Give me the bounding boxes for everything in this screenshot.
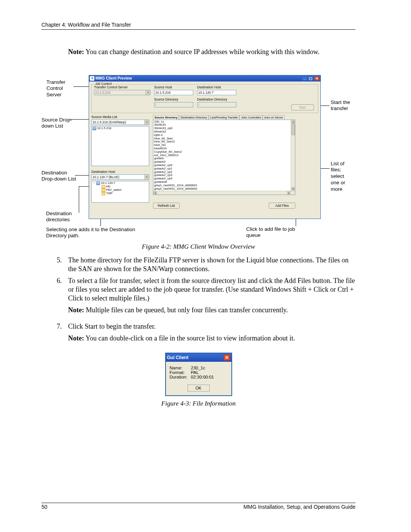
source-host-field[interactable]: 10.1.5.216 xyxy=(154,90,193,95)
titlebar[interactable]: ✦ MMG Client Preview _ ▢ ✕ xyxy=(89,75,320,81)
file-item[interactable]: goback2_cp2 xyxy=(154,171,290,174)
dest-media-combo[interactable]: 10.1.120.7 (BLUE) ▾ xyxy=(91,174,149,180)
scrollbar-vertical[interactable]: ▴ ▾ xyxy=(291,120,295,195)
dest-dir-field[interactable]: / xyxy=(197,102,236,107)
tab-last-pending-transfer[interactable]: Last/Pending Transfer xyxy=(209,115,239,120)
tab-jobs-on-server[interactable]: Jobs on Server xyxy=(263,115,285,120)
gui-client-titlebar[interactable]: Gui Client ✕ xyxy=(166,353,231,362)
tab-destination-directory[interactable]: Destination Directory xyxy=(179,115,209,120)
refresh-list-button[interactable]: Refresh List xyxy=(153,203,180,209)
page-header: Chapter 4: Workflow and File Transfer xyxy=(41,22,131,28)
callout-list-files: List of files; select one or more xyxy=(331,161,354,193)
page-number: 50 xyxy=(41,504,48,510)
file-list[interactable]: 230_1c30min3330min33_cp060min33bj60-3blu… xyxy=(153,120,295,195)
close-icon[interactable]: ✕ xyxy=(314,76,320,81)
info-row-format: Format:PAL xyxy=(170,370,228,375)
tcs-combo[interactable]: 10.1.5.216 ▾ xyxy=(94,90,150,95)
duration-label: Duration: xyxy=(170,375,191,379)
tcs-label: Transfer Control Server xyxy=(94,85,150,89)
scroll-right-icon[interactable]: ▸ xyxy=(287,191,291,195)
file-item[interactable]: goback2 xyxy=(154,160,290,164)
step-number: 5. xyxy=(57,256,68,273)
ok-button[interactable]: OK xyxy=(188,385,210,391)
file-item[interactable]: 30min33 xyxy=(154,123,290,127)
scroll-thumb[interactable] xyxy=(292,124,295,135)
tree-row[interactable]: PAY_watch xyxy=(92,189,148,192)
chevron-down-icon[interactable]: ▾ xyxy=(144,175,149,179)
file-item[interactable]: 30min33_cp0 xyxy=(154,127,290,130)
folder-icon xyxy=(102,185,105,189)
tcs-value: 10.1.5.216 xyxy=(95,91,110,94)
computer-icon xyxy=(96,182,100,185)
dest-media-label: Destination Host xyxy=(91,170,149,174)
window-title: MMG Client Preview xyxy=(96,76,132,80)
minimize-icon[interactable]: _ xyxy=(302,76,307,81)
info-row-duration: Duration:02:30:00:01 xyxy=(170,375,228,379)
chevron-down-icon[interactable]: ▾ xyxy=(144,120,149,125)
tab-strip: Source DirectoryDestination DirectoryLas… xyxy=(153,115,318,120)
source-media-combo[interactable]: 10.1.5.216 (SAN/Warp) ▾ xyxy=(91,120,149,125)
tree-row[interactable]: TMP xyxy=(92,192,148,195)
source-host-value: 10.1.5.216 xyxy=(155,91,170,94)
tree-root-label: 10.1.5.216 xyxy=(97,127,112,130)
folder-icon xyxy=(102,189,105,192)
name-label: Name: xyxy=(170,366,191,370)
name-value: 230_1c xyxy=(191,366,206,370)
info-row-name: Name:230_1c xyxy=(170,366,228,370)
step-item: 5.The home directory for the FileZilla F… xyxy=(57,256,355,273)
source-host-label: Source Host xyxy=(154,85,193,89)
page-footer: 50 MMG Installation, Setup, and Operatio… xyxy=(41,503,355,510)
figure-4-2-caption: Figure 4-2: MMG Client Window Overview xyxy=(41,243,355,251)
dest-dir-value: / xyxy=(198,103,199,107)
file-item[interactable]: 60min33 xyxy=(154,130,290,134)
scroll-down-icon[interactable]: ▾ xyxy=(291,187,295,191)
file-item[interactable]: goback2_cp4 xyxy=(154,177,290,181)
dest-media-value: 10.1.120.7 (BLUE) xyxy=(92,175,119,179)
dest-host-field[interactable]: 10.1.120.7 xyxy=(197,90,236,95)
scrollbar-horizontal[interactable]: ◂ ▸ xyxy=(153,191,295,195)
file-item[interactable]: bj60-3 xyxy=(154,134,290,137)
start-button[interactable]: Start xyxy=(291,104,314,110)
maximize-icon[interactable]: ▢ xyxy=(308,76,314,81)
callout-selecting-adds: Selecting one adds it to the Destination… xyxy=(46,227,153,240)
source-tree[interactable]: 10.1.5.216 xyxy=(91,126,149,166)
format-label: Format: xyxy=(170,370,191,375)
dest-tree[interactable]: − 10.1.120.7 HEPAY_watchTMP xyxy=(91,181,149,203)
source-media-value: 10.1.5.216 (SAN/Warp) xyxy=(92,120,126,124)
source-dir-field[interactable]: / xyxy=(154,102,193,107)
leader-line xyxy=(79,186,79,213)
scroll-up-icon[interactable]: ▴ xyxy=(291,120,295,124)
folder-icon xyxy=(102,192,105,195)
callout-destination-directories: Destination directories xyxy=(46,211,82,224)
tree-row[interactable]: − 10.1.120.7 xyxy=(92,182,148,185)
job-control-group: Job Control Transfer Control Server 10.1… xyxy=(91,84,318,113)
tab-source-directory[interactable]: Source Directory xyxy=(153,115,179,120)
file-item[interactable]: goback2_cp3 xyxy=(154,174,290,177)
file-item[interactable]: 230_1c xyxy=(154,120,290,124)
figure-4-3-caption: Figure 4-3: File Information xyxy=(41,400,355,407)
dest-host-value: 10.1.120.7 xyxy=(198,91,213,94)
step-body: The home directory for the FileZilla FTP… xyxy=(68,256,355,273)
file-item[interactable]: goback2_cp0 xyxy=(154,164,290,167)
scroll-left-icon[interactable]: ◂ xyxy=(153,191,157,195)
gui-client-dialog: Gui Client ✕ Name:230_1c Format:PAL Dura… xyxy=(165,353,232,396)
callout-click-add: Click to add file to job queue xyxy=(246,226,307,239)
file-item[interactable]: blue_rec xyxy=(154,144,290,147)
file-item[interactable]: goback2_cp1 xyxy=(154,167,290,171)
note-top: Note: You can change destination and sou… xyxy=(68,48,350,56)
tree-toggle-icon[interactable]: − xyxy=(92,182,96,185)
format-value: PAL xyxy=(191,370,199,375)
step-body: Click Start to begin the transfer.Note: … xyxy=(68,322,355,347)
step-item: 7.Click Start to begin the transfer.Note… xyxy=(57,322,355,347)
tab-jobs-controlled[interactable]: Jobs Controlled xyxy=(239,115,262,120)
add-files-button[interactable]: Add Files xyxy=(269,203,295,209)
step-number: 7. xyxy=(57,322,68,347)
callout-start-transfer: Start the transfer xyxy=(331,99,354,112)
duration-value: 02:30:00:01 xyxy=(191,375,214,379)
chevron-down-icon[interactable]: ▾ xyxy=(145,90,150,95)
file-item[interactable]: goback xyxy=(154,157,290,160)
tree-row[interactable]: 10.1.5.216 xyxy=(92,127,148,130)
file-item[interactable]: blue_60_3sec2 xyxy=(154,140,290,144)
close-icon[interactable]: ✕ xyxy=(223,355,230,361)
file-item[interactable]: ext_16x1_000013 xyxy=(154,154,290,157)
